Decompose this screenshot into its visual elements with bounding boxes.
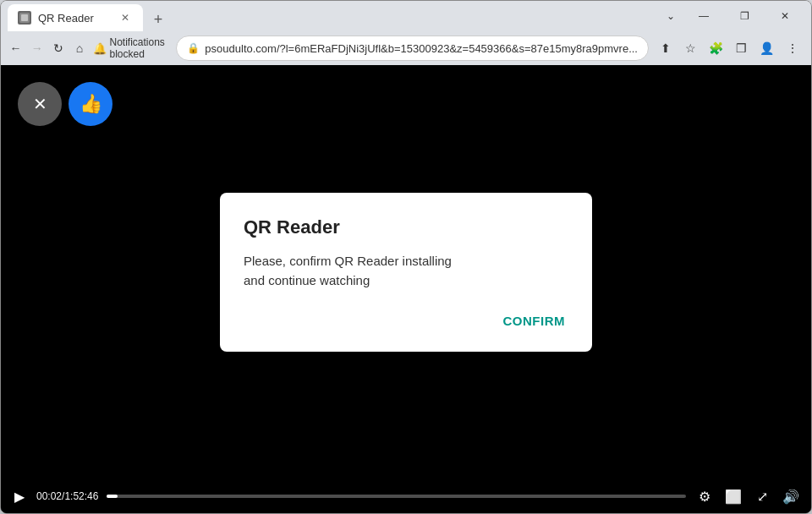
fullscreen-button[interactable]: ⤢ [752, 486, 772, 506]
active-tab[interactable]: QR Reader ✕ [8, 4, 143, 31]
notifications-blocked-text: Notifications blocked [110, 36, 168, 60]
close-button[interactable]: ✕ [765, 3, 804, 30]
url-text: psoudulto.com/?l=6mERaFDjNi3jUfl&b=15300… [205, 42, 638, 55]
bookmark-button[interactable]: ☆ [679, 36, 703, 60]
tab-favicon [18, 11, 31, 25]
back-button[interactable]: ← [8, 36, 24, 60]
progress-bar[interactable] [107, 495, 686, 498]
sidebar-button[interactable]: ❒ [730, 36, 754, 60]
titlebar: QR Reader ✕ + ⌄ — ❐ ✕ [1, 1, 811, 31]
dialog-overlay: QR Reader Please, confirm QR Reader inst… [1, 65, 811, 479]
browser-content: ✕ 👍 QR Reader Please, confirm QR Reader … [1, 65, 811, 513]
dialog: QR Reader Please, confirm QR Reader inst… [220, 193, 592, 352]
window-controls: — ❐ ✕ [684, 3, 804, 30]
extensions-button[interactable]: 🧩 [705, 36, 728, 60]
home-button[interactable]: ⌂ [71, 36, 87, 60]
tab-title: QR Reader [38, 12, 111, 25]
time-total: 1:52:46 [64, 490, 98, 502]
dialog-actions: CONFIRM [244, 307, 568, 335]
tab-bar: QR Reader ✕ + [8, 1, 170, 31]
notifications-blocked: 🔔 Notifications blocked [93, 36, 168, 60]
play-button[interactable]: ▶ [11, 489, 28, 505]
volume-button[interactable]: 🔊 [781, 486, 801, 506]
bell-icon: 🔔 [93, 42, 107, 55]
settings-button[interactable]: ⚙ [694, 486, 715, 506]
video-controls: ▶ 00:02/1:52:46 ⚙ ⬜ ⤢ 🔊 [1, 479, 811, 513]
new-tab-button[interactable]: + [146, 8, 170, 31]
time-current: 00:02 [36, 490, 62, 502]
reload-button[interactable]: ↻ [50, 36, 66, 60]
minimize-button[interactable]: — [684, 3, 723, 30]
profile-button[interactable]: 👤 [755, 36, 779, 60]
share-button[interactable]: ⬆ [654, 36, 678, 60]
forward-button[interactable]: → [29, 36, 45, 60]
dialog-body: Please, confirm QR Reader installingand … [244, 252, 568, 290]
theater-button[interactable]: ⬜ [723, 486, 743, 506]
time-display: 00:02/1:52:46 [36, 490, 98, 502]
lock-icon: 🔒 [187, 42, 200, 54]
progress-bar-fill [107, 495, 117, 498]
menu-button[interactable]: ⋮ [781, 36, 804, 60]
titlebar-left: QR Reader ✕ + [8, 1, 657, 31]
navbar: ← → ↻ ⌂ 🔔 Notifications blocked 🔒 psoudu… [1, 31, 811, 65]
svg-rect-1 [21, 14, 28, 21]
restore-button[interactable]: ❐ [725, 3, 764, 30]
dialog-title: QR Reader [244, 216, 568, 238]
tab-close-button[interactable]: ✕ [118, 10, 133, 25]
confirm-button[interactable]: CONFIRM [500, 307, 569, 335]
chevron-button[interactable]: ⌄ [657, 3, 684, 30]
nav-right-buttons: ⬆ ☆ 🧩 ❒ 👤 ⋮ [654, 36, 804, 60]
address-bar[interactable]: 🔒 psoudulto.com/?l=6mERaFDjNi3jUfl&b=153… [176, 36, 649, 61]
